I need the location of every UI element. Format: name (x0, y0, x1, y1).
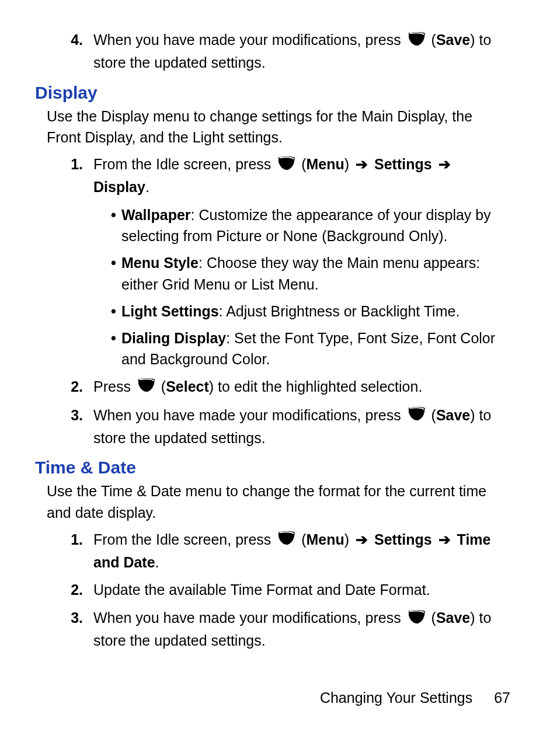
softkey-icon (408, 405, 425, 427)
bullet-item: • Menu Style: Choose they way the Main m… (111, 252, 510, 295)
step-body: When you have made your modifications, p… (93, 405, 510, 450)
step-number: 1. (61, 154, 93, 370)
bullet-mark: • (111, 301, 121, 322)
step-item: 1. From the Idle screen, press (Menu) ➔ … (61, 154, 510, 370)
step-item: 3. When you have made your modifications… (61, 405, 510, 450)
bullet-mark: • (111, 204, 121, 247)
page-number: 67 (494, 689, 510, 706)
step-body: From the Idle screen, press (Menu) ➔ Set… (93, 154, 510, 370)
step-body: Update the available Time Format and Dat… (93, 579, 510, 601)
arrow-icon: ➔ (356, 154, 368, 176)
step-item: 4. When you have made your modifications… (61, 29, 510, 74)
timedate-heading: Time & Date (35, 458, 510, 478)
step-body: Press (Select) to edit the highlighted s… (93, 376, 510, 399)
bullet-item: • Dialing Display: Set the Font Type, Fo… (111, 328, 510, 370)
step-body: When you have made your modifications, p… (93, 607, 510, 652)
timedate-intro: Use the Time & Date menu to change the f… (47, 480, 499, 523)
step-item: 2. Update the available Time Format and … (61, 579, 510, 601)
display-heading: Display (35, 83, 510, 103)
softkey-icon (277, 529, 295, 552)
bullet-item: • Wallpaper: Customize the appearance of… (111, 204, 510, 247)
page-footer: Changing Your Settings 67 (320, 689, 510, 706)
step-body: When you have made your modifications, p… (93, 29, 510, 74)
footer-title: Changing Your Settings (320, 689, 472, 706)
bullet-mark: • (111, 328, 121, 370)
step-item: 2. Press (Select) to edit the highlighte… (61, 376, 510, 399)
step-number: 4. (61, 29, 93, 74)
bullet-item: • Light Settings: Adjust Brightness or B… (111, 301, 510, 322)
step-body: From the Idle screen, press (Menu) ➔ Set… (93, 529, 510, 574)
step-item: 3. When you have made your modifications… (61, 607, 510, 652)
step-number: 1. (61, 529, 93, 574)
arrow-icon: ➔ (356, 529, 368, 551)
display-intro: Use the Display menu to change settings … (47, 106, 499, 148)
arrow-icon: ➔ (438, 154, 451, 176)
step-number: 2. (61, 579, 93, 601)
softkey-icon (137, 377, 155, 399)
arrow-icon: ➔ (438, 529, 451, 551)
step-number: 3. (61, 405, 93, 450)
step-number: 3. (61, 607, 93, 652)
step-item: 1. From the Idle screen, press (Menu) ➔ … (61, 529, 510, 574)
softkey-icon (277, 155, 295, 177)
bullet-mark: • (111, 252, 121, 295)
softkey-icon (408, 608, 425, 630)
step-number: 2. (61, 376, 93, 399)
softkey-icon (408, 30, 425, 53)
